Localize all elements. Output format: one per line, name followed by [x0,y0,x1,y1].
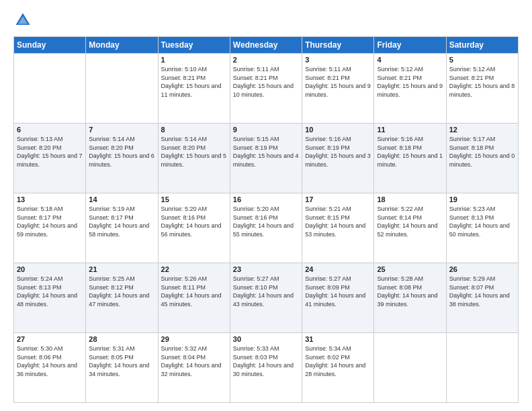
calendar-cell: 5Sunrise: 5:12 AM Sunset: 8:21 PM Daylig… [446,54,518,124]
calendar-cell: 24Sunrise: 5:27 AM Sunset: 8:09 PM Dayli… [302,263,374,333]
calendar-week-row: 13Sunrise: 5:18 AM Sunset: 8:17 PM Dayli… [14,193,519,263]
logo-icon [13,11,32,30]
day-info: Sunrise: 5:31 AM Sunset: 8:05 PM Dayligh… [89,345,154,378]
day-number: 24 [305,265,371,273]
day-number: 16 [233,195,299,203]
calendar-cell: 11Sunrise: 5:16 AM Sunset: 8:18 PM Dayli… [374,124,446,193]
calendar-week-row: 6Sunrise: 5:13 AM Sunset: 8:20 PM Daylig… [14,124,519,193]
calendar-cell: 22Sunrise: 5:26 AM Sunset: 8:11 PM Dayli… [158,263,230,333]
day-info: Sunrise: 5:20 AM Sunset: 8:16 PM Dayligh… [233,205,299,238]
calendar-week-row: 20Sunrise: 5:24 AM Sunset: 8:13 PM Dayli… [14,263,519,333]
day-info: Sunrise: 5:26 AM Sunset: 8:11 PM Dayligh… [161,275,227,308]
header [13,11,519,30]
calendar-cell: 28Sunrise: 5:31 AM Sunset: 8:05 PM Dayli… [86,333,158,403]
day-header-saturday: Saturday [446,37,518,54]
calendar-week-row: 27Sunrise: 5:30 AM Sunset: 8:06 PM Dayli… [14,333,519,403]
day-number: 28 [89,335,154,343]
day-header-tuesday: Tuesday [158,37,230,54]
day-number: 25 [377,265,443,273]
calendar-cell: 29Sunrise: 5:32 AM Sunset: 8:04 PM Dayli… [158,333,230,403]
calendar-cell: 4Sunrise: 5:12 AM Sunset: 8:21 PM Daylig… [374,54,446,124]
day-header-sunday: Sunday [14,37,86,54]
calendar-cell [86,54,158,124]
day-number: 22 [161,265,227,273]
day-info: Sunrise: 5:28 AM Sunset: 8:08 PM Dayligh… [377,275,443,308]
calendar: SundayMondayTuesdayWednesdayThursdayFrid… [13,36,519,403]
logo [13,11,35,30]
calendar-cell: 13Sunrise: 5:18 AM Sunset: 8:17 PM Dayli… [14,193,86,263]
day-number: 5 [449,56,515,64]
day-number: 11 [377,126,443,134]
day-number: 23 [233,265,299,273]
calendar-cell: 31Sunrise: 5:34 AM Sunset: 8:02 PM Dayli… [302,333,374,403]
calendar-cell: 9Sunrise: 5:15 AM Sunset: 8:19 PM Daylig… [230,124,302,193]
day-number: 15 [161,195,227,203]
day-number: 10 [305,126,371,134]
day-info: Sunrise: 5:33 AM Sunset: 8:03 PM Dayligh… [233,345,299,378]
day-number: 30 [233,335,299,343]
day-info: Sunrise: 5:23 AM Sunset: 8:13 PM Dayligh… [449,205,515,238]
day-info: Sunrise: 5:24 AM Sunset: 8:13 PM Dayligh… [17,275,83,308]
day-info: Sunrise: 5:10 AM Sunset: 8:21 PM Dayligh… [161,65,227,99]
day-number: 6 [17,126,83,134]
calendar-cell: 20Sunrise: 5:24 AM Sunset: 8:13 PM Dayli… [14,263,86,333]
day-info: Sunrise: 5:19 AM Sunset: 8:17 PM Dayligh… [89,205,154,238]
day-header-thursday: Thursday [302,37,374,54]
day-number: 14 [89,195,154,203]
day-info: Sunrise: 5:18 AM Sunset: 8:17 PM Dayligh… [17,205,83,238]
calendar-cell: 25Sunrise: 5:28 AM Sunset: 8:08 PM Dayli… [374,263,446,333]
day-header-monday: Monday [86,37,158,54]
day-info: Sunrise: 5:25 AM Sunset: 8:12 PM Dayligh… [89,275,154,308]
calendar-cell: 21Sunrise: 5:25 AM Sunset: 8:12 PM Dayli… [86,263,158,333]
day-number: 29 [161,335,227,343]
day-info: Sunrise: 5:20 AM Sunset: 8:16 PM Dayligh… [161,205,227,238]
calendar-cell: 18Sunrise: 5:22 AM Sunset: 8:14 PM Dayli… [374,193,446,263]
calendar-cell: 15Sunrise: 5:20 AM Sunset: 8:16 PM Dayli… [158,193,230,263]
calendar-cell: 17Sunrise: 5:21 AM Sunset: 8:15 PM Dayli… [302,193,374,263]
calendar-cell [374,333,446,403]
day-number: 2 [233,56,299,64]
day-info: Sunrise: 5:29 AM Sunset: 8:07 PM Dayligh… [449,275,515,308]
calendar-cell: 14Sunrise: 5:19 AM Sunset: 8:17 PM Dayli… [86,193,158,263]
calendar-week-row: 1Sunrise: 5:10 AM Sunset: 8:21 PM Daylig… [14,54,519,124]
calendar-cell: 19Sunrise: 5:23 AM Sunset: 8:13 PM Dayli… [446,193,518,263]
day-info: Sunrise: 5:32 AM Sunset: 8:04 PM Dayligh… [161,345,227,378]
day-info: Sunrise: 5:34 AM Sunset: 8:02 PM Dayligh… [305,345,371,378]
calendar-cell: 1Sunrise: 5:10 AM Sunset: 8:21 PM Daylig… [158,54,230,124]
calendar-cell: 8Sunrise: 5:14 AM Sunset: 8:20 PM Daylig… [158,124,230,193]
day-number: 27 [17,335,83,343]
calendar-cell: 3Sunrise: 5:11 AM Sunset: 8:21 PM Daylig… [302,54,374,124]
day-number: 19 [449,195,515,203]
day-number: 12 [449,126,515,134]
day-number: 4 [377,56,443,64]
day-number: 26 [449,265,515,273]
day-info: Sunrise: 5:27 AM Sunset: 8:09 PM Dayligh… [305,275,371,308]
day-number: 1 [161,56,227,64]
day-number: 8 [161,126,227,134]
calendar-cell: 26Sunrise: 5:29 AM Sunset: 8:07 PM Dayli… [446,263,518,333]
calendar-cell: 30Sunrise: 5:33 AM Sunset: 8:03 PM Dayli… [230,333,302,403]
day-number: 20 [17,265,83,273]
calendar-cell: 6Sunrise: 5:13 AM Sunset: 8:20 PM Daylig… [14,124,86,193]
day-number: 17 [305,195,371,203]
day-info: Sunrise: 5:17 AM Sunset: 8:18 PM Dayligh… [449,135,515,169]
day-info: Sunrise: 5:15 AM Sunset: 8:19 PM Dayligh… [233,135,299,169]
calendar-cell: 7Sunrise: 5:14 AM Sunset: 8:20 PM Daylig… [86,124,158,193]
calendar-header-row: SundayMondayTuesdayWednesdayThursdayFrid… [14,37,519,54]
calendar-cell: 12Sunrise: 5:17 AM Sunset: 8:18 PM Dayli… [446,124,518,193]
day-info: Sunrise: 5:27 AM Sunset: 8:10 PM Dayligh… [233,275,299,308]
calendar-cell: 23Sunrise: 5:27 AM Sunset: 8:10 PM Dayli… [230,263,302,333]
day-info: Sunrise: 5:30 AM Sunset: 8:06 PM Dayligh… [17,345,83,378]
day-header-friday: Friday [374,37,446,54]
day-number: 7 [89,126,154,134]
day-info: Sunrise: 5:12 AM Sunset: 8:21 PM Dayligh… [449,65,515,99]
day-info: Sunrise: 5:11 AM Sunset: 8:21 PM Dayligh… [233,65,299,99]
day-number: 9 [233,126,299,134]
calendar-cell: 2Sunrise: 5:11 AM Sunset: 8:21 PM Daylig… [230,54,302,124]
day-info: Sunrise: 5:11 AM Sunset: 8:21 PM Dayligh… [305,65,371,99]
calendar-cell: 10Sunrise: 5:16 AM Sunset: 8:19 PM Dayli… [302,124,374,193]
day-info: Sunrise: 5:21 AM Sunset: 8:15 PM Dayligh… [305,205,371,238]
calendar-cell [14,54,86,124]
day-number: 21 [89,265,154,273]
calendar-cell [446,333,518,403]
